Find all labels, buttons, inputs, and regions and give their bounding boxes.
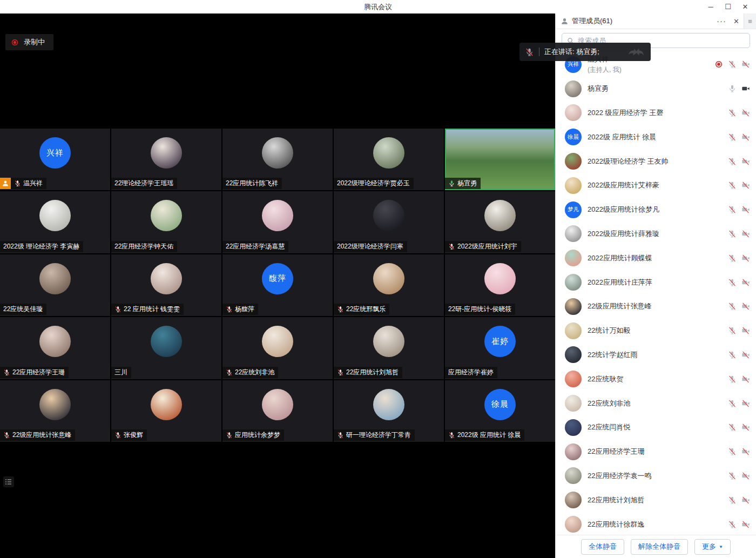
member-row[interactable]: 2022应用统计庄萍萍 (556, 270, 756, 294)
participant-name-label: 2022级应用统计刘宇 (445, 241, 521, 252)
member-row[interactable]: 22应统刘非池 (556, 391, 756, 415)
participant-avatar (151, 200, 182, 231)
video-tile[interactable]: 2022级理论经济学贾必玉 (334, 129, 444, 190)
member-name: 22应用经济学袁一鸣 (588, 471, 651, 481)
video-tile[interactable]: 三川 (111, 317, 221, 379)
member-list-toggle-icon[interactable] (3, 476, 14, 487)
participant-name: 温兴祥 (23, 179, 43, 188)
video-tile[interactable]: 22应用统计陈飞祥 (222, 129, 333, 190)
more-options-icon[interactable]: ··· (717, 18, 726, 24)
member-row[interactable]: 22应用经济学王珊 (556, 440, 756, 464)
member-row[interactable]: 22应用经济学袁一鸣 (556, 464, 756, 488)
member-row[interactable]: 22应用统计徐群逸 (556, 512, 756, 535)
camera-muted-icon (741, 205, 750, 214)
member-row[interactable]: 22统计学赵红雨 (556, 343, 756, 367)
camera-muted-icon (741, 109, 750, 117)
camera-muted-icon (741, 447, 750, 456)
video-tile[interactable]: 徐晨2022级 应用统计 徐晨 (445, 380, 555, 442)
participant-avatar (39, 389, 71, 420)
camera-muted-icon (741, 423, 750, 432)
video-tile[interactable]: 22级应用统计张意峰 (0, 380, 110, 442)
video-tile[interactable]: 兴祥温兴祥 (0, 129, 110, 190)
video-tile[interactable]: 22应用统计刘旭哲 (334, 317, 444, 379)
participant-name-label: 2022级理论经济学贾必玉 (334, 178, 414, 189)
participant-name-label: 研一理论经济学丁常青 (334, 429, 415, 441)
member-status-icons (728, 375, 750, 384)
participant-name: 研一理论经济学丁常青 (346, 431, 411, 440)
video-tile[interactable]: 崔婷应用经济学崔婷 (445, 317, 555, 379)
camera-muted-icon (741, 181, 750, 190)
member-name: 杨宜勇 (588, 84, 609, 93)
participant-name-label: 22应用经济学钟天佑 (111, 241, 177, 252)
member-name: 2022应用统计庄萍萍 (588, 278, 652, 287)
member-row[interactable]: 22统计万如毅 (556, 319, 756, 343)
video-tile[interactable]: 馥萍杨馥萍 (222, 254, 333, 316)
video-tile[interactable]: 2022级 理论经济学 李寅赫 (0, 191, 110, 253)
video-tile[interactable]: 22应统刘非池 (222, 317, 333, 379)
maximize-icon[interactable]: ☐ (719, 0, 737, 14)
member-panel-header: 管理成员(61) ··· ✕ ≡ (556, 14, 756, 29)
video-tile[interactable]: 22应用经济学王珊 (0, 317, 110, 379)
video-tile[interactable]: 2022级应用统计刘宇 (445, 191, 555, 253)
video-tile[interactable]: 22应统邢飘乐 (334, 254, 444, 316)
member-row[interactable]: 杨宜勇 (556, 77, 756, 101)
video-tile[interactable]: 22应用经济学钟天佑 (111, 191, 221, 253)
video-tile[interactable]: 杨宜勇 (445, 129, 555, 190)
panel-close-icon[interactable]: ✕ (733, 17, 739, 25)
close-icon[interactable]: ✕ (737, 0, 754, 14)
minimize-icon[interactable]: ─ (702, 0, 719, 14)
member-status-icons (728, 181, 750, 190)
video-tile[interactable]: 研一理论经济学丁常青 (334, 380, 444, 442)
panel-menu-icon[interactable]: ≡ (744, 14, 756, 29)
participant-avatar: 兴祥 (39, 137, 71, 169)
member-avatar (565, 274, 582, 291)
camera-muted-icon (741, 230, 750, 238)
video-tile[interactable]: 张俊辉 (111, 380, 221, 442)
member-avatar (565, 467, 582, 484)
participant-name-label: 22理论经济学王瑶瑶 (111, 178, 177, 189)
mic-muted-icon (728, 496, 737, 505)
camera-muted-icon (741, 496, 750, 505)
member-row[interactable]: 2022级应用统计薛雅璇 (556, 222, 756, 246)
member-row[interactable]: 梦凡2022级应用统计徐梦凡 (556, 198, 756, 222)
member-status-icons (728, 351, 750, 359)
member-row[interactable]: 2022应用统计顾蝶蝶 (556, 246, 756, 270)
video-tile[interactable]: 22 应用统计 钱雯雯 (111, 254, 221, 316)
member-role: (主持人, 我) (588, 65, 622, 75)
member-row[interactable]: 2022级应用统计艾梓豪 (556, 173, 756, 198)
member-avatar (565, 443, 582, 460)
camera-muted-icon (741, 60, 750, 69)
member-status-icons (728, 496, 750, 505)
video-tile[interactable]: 应用统计余梦梦 (222, 380, 333, 442)
participant-name-label: 22级应用统计张意峰 (0, 429, 75, 441)
member-row[interactable]: 2022 级应用经济学 王磬 (556, 101, 756, 125)
member-row[interactable]: 22应用统计刘旭哲 (556, 488, 756, 512)
tile-label-row: 应用统计余梦梦 (222, 429, 284, 441)
participant-avatar (484, 200, 516, 231)
member-row[interactable]: 22级应用统计张意峰 (556, 294, 756, 319)
member-avatar (565, 80, 582, 97)
member-list[interactable]: 兴祥温兴祥(主持人, 我)杨宜勇2022 级应用经济学 王磬徐晨2022级 应用… (556, 51, 756, 535)
participant-avatar: 崔婷 (484, 326, 516, 357)
participant-name-label: 温兴祥 (11, 178, 46, 189)
video-tile[interactable]: 22应用经济学汤嘉慧 (222, 191, 333, 253)
unmute-all-button[interactable]: 解除全体静音 (631, 539, 688, 555)
mic-muted-icon (728, 205, 737, 214)
participant-avatar (151, 263, 182, 294)
more-button[interactable]: 更多 ▼ (694, 539, 731, 555)
participant-name-label: 22应用统计陈飞祥 (222, 178, 282, 189)
participant-avatar (151, 326, 182, 357)
member-row[interactable]: 徐晨2022级 应用统计 徐晨 (556, 125, 756, 149)
video-tile[interactable]: 2022级理论经济学闫寒 (334, 191, 444, 253)
member-row[interactable]: 2022级理论经济学 王友帅 (556, 149, 756, 173)
member-row[interactable]: 22应统闫肖悦 (556, 415, 756, 440)
video-tile[interactable]: 22理论经济学王瑶瑶 (111, 129, 221, 190)
tile-label-row: 22应统邢飘乐 (334, 304, 389, 315)
member-panel-footer: 全体静音 解除全体静音 更多 ▼ (556, 535, 756, 558)
video-tile[interactable]: 22应统吴佳璇 (0, 254, 110, 316)
tile-label-row: 22应统刘非池 (222, 367, 278, 378)
mute-all-button[interactable]: 全体静音 (581, 539, 624, 555)
arrow-icon (626, 45, 640, 59)
video-tile[interactable]: 22研-应用统计-侯晓筱 (445, 254, 555, 316)
member-row[interactable]: 22应统耿贺 (556, 367, 756, 391)
